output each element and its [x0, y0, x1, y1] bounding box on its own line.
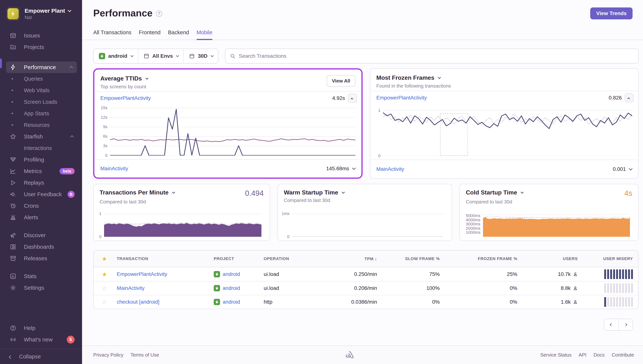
project-link[interactable]: android	[223, 285, 240, 291]
sidebar-item-crons[interactable]: Crons	[0, 200, 82, 212]
sidebar-item-metrics[interactable]: Metrics beta	[0, 166, 82, 177]
chevron-down-icon	[176, 54, 179, 57]
expand-row-button[interactable]	[629, 167, 632, 170]
window-icon	[143, 53, 149, 59]
sidebar-item-profiling[interactable]: Profiling	[0, 154, 82, 166]
ttid-chart	[110, 106, 356, 156]
sidebar-collapse-button[interactable]: Collapse	[0, 349, 82, 364]
sidebar-item-starfish[interactable]: Starfish	[0, 131, 82, 142]
sidebar-item-interactions[interactable]: Interactions	[0, 142, 82, 154]
org-logo-tile	[6, 7, 20, 21]
col-user-misery[interactable]: USER MISERY	[579, 256, 638, 261]
project-filter[interactable]: android	[94, 49, 138, 63]
org-switcher[interactable]: Empower Plant Nar	[0, 0, 82, 24]
environment-filter[interactable]: All Envs	[138, 49, 183, 63]
star-toggle[interactable]: ☆	[102, 285, 107, 291]
search-input[interactable]	[239, 53, 634, 59]
operation-value: ui.load	[262, 285, 317, 291]
api-link[interactable]: API	[579, 352, 586, 358]
warm-chart	[292, 214, 443, 237]
frozen-panel-subtitle: Found in the following transactions	[376, 83, 451, 89]
calendar-icon	[189, 53, 195, 59]
frozen-top-row: EmpowerPlantActivity 0.826	[370, 91, 638, 104]
sidebar-item-performance[interactable]: Performance	[6, 62, 77, 73]
transaction-link[interactable]: EmpowerPlantActivity	[117, 271, 167, 277]
sidebar-item-settings[interactable]: Settings	[0, 282, 82, 294]
contribute-link[interactable]: Contribute	[612, 352, 634, 358]
sidebar-item-issues[interactable]: Issues	[0, 30, 82, 41]
sidebar-item-screen-loads[interactable]: Screen Loads	[0, 96, 82, 108]
sidebar-item-web-vitals[interactable]: Web Vitals	[0, 84, 82, 96]
collapse-row-button[interactable]	[625, 93, 634, 102]
ttid-panel-title[interactable]: Average TTIDs	[100, 75, 148, 82]
help-tooltip-icon[interactable]: ?	[156, 10, 162, 17]
transaction-link[interactable]: EmpowerPlantActivity	[100, 95, 151, 101]
content: android All Envs 30D	[82, 40, 643, 345]
tab-mobile[interactable]: Mobile	[197, 30, 212, 40]
tab-backend[interactable]: Backend	[168, 30, 189, 40]
view-trends-button[interactable]: View Trends	[590, 8, 632, 19]
prev-page-button[interactable]	[604, 319, 618, 330]
sidebar-item-replays[interactable]: Replays	[0, 177, 82, 188]
project-link[interactable]: android	[223, 271, 240, 277]
docs-link[interactable]: Docs	[593, 352, 604, 358]
transaction-link[interactable]: MainActivity	[376, 166, 404, 172]
star-toggle[interactable]: ★	[102, 271, 107, 278]
sidebar-item-queries[interactable]: Queries	[0, 73, 82, 84]
tab-all-transactions[interactable]: All Transactions	[93, 30, 131, 40]
expand-row-button[interactable]	[352, 166, 356, 170]
cold-y-axis: 5000ms4000ms3000ms2000ms1000ms	[464, 214, 483, 237]
search-transactions[interactable]	[225, 48, 638, 64]
transaction-link[interactable]: checkout [android]	[117, 299, 159, 305]
org-logo	[8, 8, 19, 19]
broadcast-icon	[9, 336, 17, 343]
transaction-link[interactable]: MainActivity	[100, 166, 128, 172]
sidebar-item-alerts[interactable]: Alerts	[0, 212, 82, 223]
sidebar-item-stats[interactable]: Stats	[0, 270, 82, 282]
chevron-left-icon	[9, 354, 12, 360]
col-project[interactable]: PROJECT	[212, 256, 262, 261]
sidebar-item-discover[interactable]: Discover	[0, 230, 82, 241]
col-transaction[interactable]: TRANSACTION	[115, 256, 212, 261]
table-row: ☆ MainActivity android ui.load 0.206/min…	[94, 281, 638, 295]
date-range-filter[interactable]: 30D	[183, 49, 218, 63]
warm-panel-subtitle: Compared to last 30d	[281, 198, 446, 203]
project-link[interactable]: android	[223, 299, 240, 305]
cold-panel-title[interactable]: Cold Startup Time	[466, 189, 523, 196]
sidebar-item-resources[interactable]: Resources	[0, 119, 82, 131]
col-slow-frame[interactable]: SLOW FRAME %	[379, 256, 441, 261]
tpm-panel: Transactions Per Minute 0.494 Compared t…	[93, 184, 270, 241]
sidebar-item-releases[interactable]: Releases	[0, 252, 82, 264]
col-tpm[interactable]: TPM↓	[317, 256, 379, 261]
frozen-value: 0.001	[613, 166, 626, 172]
main-area: Performance ? View Trends All Transactio…	[82, 0, 643, 364]
sidebar-item-dashboards[interactable]: Dashboards	[0, 241, 82, 252]
issues-icon	[9, 32, 17, 39]
transaction-link[interactable]: EmpowerPlantActivity	[376, 95, 427, 101]
profiling-icon	[9, 156, 17, 163]
slow-frame-cell: 100%	[379, 285, 441, 291]
col-operation[interactable]: OPERATION	[262, 256, 317, 261]
tpm-panel-title[interactable]: Transactions Per Minute	[100, 189, 174, 196]
tab-frontend[interactable]: Frontend	[139, 30, 161, 40]
frozen-frame-cell: 0%	[441, 285, 519, 291]
sidebar-item-whats-new[interactable]: What's new 5	[0, 334, 82, 345]
frozen-panel-title[interactable]: Most Frozen Frames	[376, 74, 451, 81]
star-toggle[interactable]: ☆	[102, 299, 107, 305]
sidebar-item-app-starts[interactable]: App Starts	[0, 108, 82, 119]
service-status-link[interactable]: Service Status	[540, 352, 572, 358]
tpm-y-axis: 10	[97, 214, 104, 237]
collapse-row-button[interactable]	[348, 94, 357, 103]
transaction-link[interactable]: MainActivity	[117, 285, 145, 291]
col-frozen-frame[interactable]: FROZEN FRAME %	[441, 256, 519, 261]
chevron-down-icon	[172, 190, 175, 194]
privacy-policy-link[interactable]: Privacy Policy	[93, 352, 123, 358]
view-all-button[interactable]: View All	[327, 75, 356, 87]
sidebar-item-projects[interactable]: Projects	[0, 41, 82, 53]
terms-of-use-link[interactable]: Terms of Use	[131, 352, 159, 358]
sidebar-item-help[interactable]: Help	[0, 322, 82, 334]
col-users[interactable]: USERS	[519, 256, 579, 261]
sidebar-item-user-feedback[interactable]: User Feedback B	[0, 188, 82, 200]
next-page-button[interactable]	[618, 319, 632, 330]
warm-panel-title[interactable]: Warm Startup Time	[284, 189, 344, 196]
